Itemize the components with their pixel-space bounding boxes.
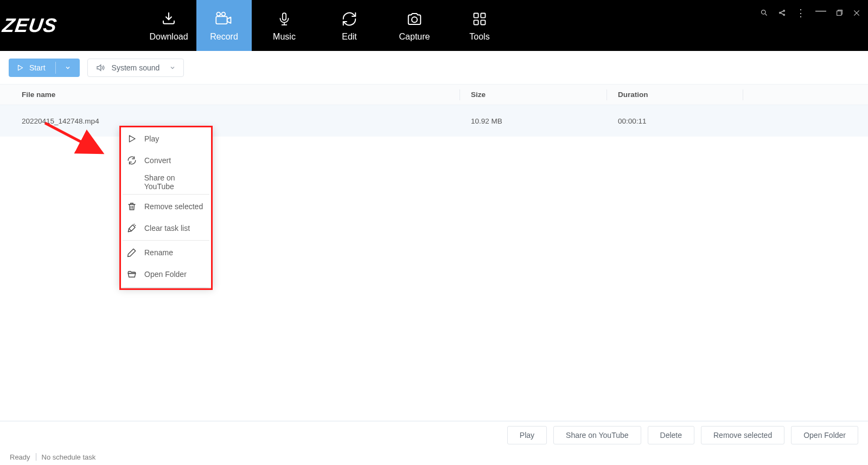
cell-duration: 00:00:11	[607, 117, 743, 125]
start-button[interactable]: Start	[9, 59, 80, 77]
footer-play-button[interactable]: Play	[507, 426, 547, 444]
brush-icon	[126, 223, 138, 233]
sound-source-dropdown[interactable]: System sound	[87, 59, 184, 77]
svg-rect-13	[837, 11, 841, 15]
maximize-icon[interactable]	[836, 9, 843, 16]
ctx-open-folder[interactable]: Open Folder	[119, 263, 213, 285]
ctx-remove-selected[interactable]: Remove selected	[119, 196, 213, 217]
svg-rect-5	[474, 14, 478, 18]
minimize-icon[interactable]: —	[815, 4, 826, 17]
speaker-icon	[95, 63, 105, 73]
chevron-down-icon	[169, 64, 176, 71]
ctx-label: Remove selected	[144, 202, 203, 211]
header-size: Size	[460, 91, 607, 99]
download-icon	[161, 9, 177, 29]
footer-buttons: Play Share on YouTube Delete Remove sele…	[0, 422, 868, 449]
nav-label: Tools	[469, 32, 489, 42]
footer-open-folder-button[interactable]: Open Folder	[791, 426, 858, 444]
folder-icon	[126, 269, 138, 279]
nav-label: Music	[273, 32, 296, 42]
status-bar: Ready No schedule task	[0, 449, 868, 465]
trash-icon	[126, 202, 138, 211]
ctx-label: Convert	[144, 156, 171, 165]
top-nav-bar: ZEUS Download Record Music	[0, 0, 868, 51]
menu-icon[interactable]: ⋮	[796, 7, 806, 19]
status-ready: Ready	[10, 453, 30, 461]
table-header: File name Size Duration	[0, 85, 868, 105]
start-label: Start	[29, 63, 46, 72]
nav-capture[interactable]: Capture	[382, 0, 447, 51]
footer-delete-button[interactable]: Delete	[648, 426, 694, 444]
app-name: ZEUS	[1, 14, 59, 37]
ctx-clear-task-list[interactable]: Clear task list	[119, 217, 213, 239]
footer-remove-selected-button[interactable]: Remove selected	[701, 426, 784, 444]
nav-tools[interactable]: Tools	[447, 0, 512, 51]
camera-icon	[406, 9, 423, 29]
play-icon	[16, 64, 24, 72]
ctx-separator	[123, 194, 209, 195]
svg-point-1	[216, 12, 220, 16]
svg-rect-6	[481, 14, 485, 18]
convert-icon	[126, 156, 138, 165]
ctx-label: Clear task list	[144, 224, 190, 232]
ctx-separator	[123, 240, 209, 241]
close-icon[interactable]	[853, 9, 860, 17]
nav-music[interactable]: Music	[252, 0, 317, 51]
svg-point-2	[221, 12, 225, 16]
window-controls: ⋮ —	[760, 7, 860, 19]
status-schedule: No schedule task	[42, 453, 96, 461]
chevron-down-icon[interactable]	[61, 64, 74, 71]
cell-filename: 20220415_142748.mp4	[0, 117, 459, 125]
ctx-label: Play	[144, 134, 159, 143]
status-divider	[36, 453, 36, 461]
play-icon	[126, 134, 138, 144]
context-menu: Play Convert Share on YouTube Remove sel…	[119, 126, 213, 287]
context-menu-highlight: Play Convert Share on YouTube Remove sel…	[119, 126, 213, 290]
header-duration: Duration	[607, 91, 743, 99]
ctx-share-youtube[interactable]: Share on YouTube	[119, 171, 213, 193]
nav-label: Capture	[399, 32, 430, 42]
nav-label: Record	[210, 32, 238, 42]
ctx-label: Share on YouTube	[144, 173, 206, 191]
nav-spacer	[60, 0, 141, 51]
search-icon[interactable]	[760, 9, 768, 17]
ctx-rename[interactable]: Rename	[119, 242, 213, 263]
nav-label: Edit	[342, 32, 357, 42]
svg-rect-7	[474, 20, 478, 24]
nav-record[interactable]: Record	[196, 0, 252, 51]
nav-download[interactable]: Download	[141, 0, 196, 51]
svg-point-10	[780, 12, 781, 14]
svg-point-4	[412, 17, 417, 22]
record-icon	[215, 9, 233, 29]
svg-point-12	[783, 14, 785, 16]
footer-share-youtube-button[interactable]: Share on YouTube	[553, 426, 641, 444]
nav-label: Download	[149, 32, 188, 42]
footer: Play Share on YouTube Delete Remove sele…	[0, 421, 868, 465]
microphone-icon	[277, 9, 291, 29]
sound-label: System sound	[112, 63, 160, 72]
divider	[55, 62, 56, 74]
ctx-label: Open Folder	[144, 270, 187, 279]
app-logo: ZEUS	[0, 0, 60, 51]
sub-toolbar: Start System sound	[0, 51, 868, 85]
cell-size: 10.92 MB	[460, 117, 607, 125]
nav-edit[interactable]: Edit	[317, 0, 382, 51]
svg-point-9	[762, 10, 766, 15]
svg-rect-3	[283, 13, 286, 20]
svg-rect-0	[216, 16, 227, 24]
pencil-icon	[126, 248, 138, 257]
ctx-play[interactable]: Play	[119, 128, 213, 150]
header-filename: File name	[0, 91, 459, 99]
ctx-convert[interactable]: Convert	[119, 150, 213, 171]
svg-point-11	[783, 10, 785, 12]
svg-rect-8	[481, 20, 485, 24]
column-divider	[743, 89, 743, 100]
share-icon[interactable]	[778, 9, 786, 17]
refresh-icon	[341, 9, 358, 29]
grid-icon	[472, 9, 487, 29]
ctx-label: Rename	[144, 248, 173, 257]
